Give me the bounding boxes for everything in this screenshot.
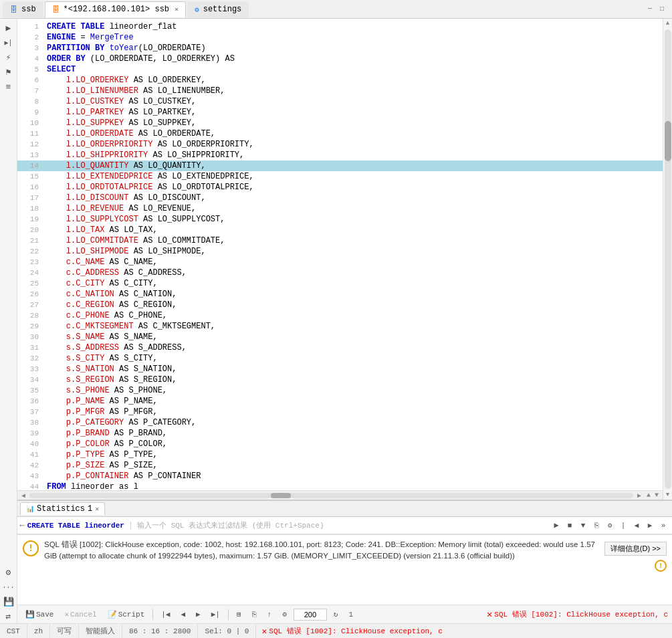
tab-settings-label: settings xyxy=(203,5,242,14)
error-triangle-icon: ! xyxy=(23,540,39,556)
scroll-up-arrow[interactable]: ▲ xyxy=(645,492,652,499)
tab-ssb-label: ssb xyxy=(21,5,36,14)
refresh-btn[interactable]: ↻ xyxy=(330,609,342,619)
encoding-status: CST xyxy=(0,624,27,638)
code-line: 28 c.C_PHONE AS C_PHONE, xyxy=(17,310,663,321)
window-controls: ─ □ xyxy=(645,5,667,14)
settings-sidebar-icon[interactable]: ⚙ xyxy=(2,566,15,579)
format-icon[interactable]: ≡ xyxy=(2,80,15,94)
more-icon[interactable]: » xyxy=(657,520,669,532)
main-layout: ▶ ▶| ⚡ ⚑ ≡ ⚙ ··· 💾 ⇄ 1CREATE TABLE lineo… xyxy=(0,19,672,623)
copy-icon[interactable]: ⎘ xyxy=(590,520,602,532)
code-line: 42 p.P_SIZE AS P_SIZE, xyxy=(17,460,663,471)
cancel-button: ✕ Cancel xyxy=(60,609,100,619)
run-sql-btn[interactable]: ▶ xyxy=(550,520,562,532)
select-all-btn[interactable]: ⊞ xyxy=(233,609,245,619)
error-detail-button[interactable]: 详细信息(D) >> xyxy=(604,542,667,556)
sql-input-bar: ⟵ CREATE TABLE lineorder | 输入一个 SQL 表达式来… xyxy=(17,517,672,534)
code-line: 23 c.C_NAME AS C_NAME, xyxy=(17,257,663,268)
file-save-icon[interactable]: 💾 xyxy=(2,595,15,609)
tab-remote[interactable]: 🗄 *<192.168.100.101> ssb ✕ xyxy=(45,1,186,17)
v-scroll-track[interactable] xyxy=(665,29,671,489)
bottom-toolbar: 💾 Save ✕ Cancel 📝 Script |◀ ◀ ▶ ▶| ⊞ xyxy=(17,605,672,623)
code-line: 29 c.C_MKTSEGMENT AS C_MKTSEGMENT, xyxy=(17,321,663,332)
run-script-icon[interactable]: ▶| xyxy=(2,36,15,49)
script-button[interactable]: 📝 Script xyxy=(104,609,149,619)
save-icon-bt: 💾 xyxy=(25,610,35,619)
prev-btn[interactable]: ◀ xyxy=(177,609,189,619)
stats-tab-close[interactable]: ✕ xyxy=(95,505,99,513)
explain-icon[interactable]: ⚡ xyxy=(2,51,15,64)
settings-sql-icon[interactable]: ⚙ xyxy=(604,520,616,532)
error-area: ! SQL 错误 [1002]: ClickHouse exception, c… xyxy=(17,534,672,605)
code-line: 13 l.LO_SHIPPRIORITY AS LO_SHIPPRIORITY, xyxy=(17,150,663,161)
settings-tab-icon: ⚙ xyxy=(195,5,199,14)
next-btn[interactable]: ▶ xyxy=(192,609,205,619)
status-error-x: ✕ xyxy=(261,626,267,637)
sql-filter-placeholder: 输入一个 SQL 表达式来过滤结果 (使用 Ctrl+Space) xyxy=(137,520,548,530)
horizontal-scrollbar[interactable]: ◀ ▶ ▲ ▼ xyxy=(17,490,663,500)
status-error-text: ✕ SQL 错误 [1002]: ClickHouse exception, c xyxy=(256,626,672,637)
code-line: 2ENGINE = MergeTree xyxy=(17,32,663,43)
scroll-down-arrow[interactable]: ▼ xyxy=(653,492,660,499)
maximize-btn[interactable]: □ xyxy=(657,5,667,14)
smart-insert-status: 智能插入 xyxy=(79,624,122,638)
import-btn[interactable]: ⚙ xyxy=(278,609,291,619)
export-btn[interactable]: ↑ xyxy=(263,610,276,619)
code-line: 35 s.S_PHONE AS S_PHONE, xyxy=(17,385,663,396)
tab-ssb[interactable]: 🗄 ssb xyxy=(3,1,43,17)
separator-icon: | xyxy=(617,520,629,532)
run-icon[interactable]: ▶ xyxy=(2,21,15,35)
error-message: SQL 错误 [1002]: ClickHouse exception, cod… xyxy=(44,539,599,562)
code-line: 27 c.C_REGION AS C_REGION, xyxy=(17,300,663,310)
h-scroll-track[interactable] xyxy=(29,493,633,498)
options-icon[interactable]: ··· xyxy=(2,580,15,594)
stop-btn[interactable]: ■ xyxy=(564,520,576,532)
forward-icon[interactable]: ▶ xyxy=(644,520,656,532)
position-status: 86 : 16 : 2800 xyxy=(122,624,198,638)
scroll-left-arrow[interactable]: ◀ xyxy=(20,492,27,500)
v-scroll-up[interactable]: ▲ xyxy=(666,19,669,28)
code-line: 16 l.LO_ORDTOTALPRICE AS LO_ORDTOTALPRIC… xyxy=(17,182,663,193)
code-line: 3PARTITION BY toYear(LO_ORDERDATE) xyxy=(17,43,663,54)
vertical-scrollbar[interactable]: ▲ ▼ xyxy=(663,19,672,500)
align-right-btn[interactable]: ▶| xyxy=(207,609,224,619)
save-button[interactable]: 💾 Save xyxy=(21,609,58,619)
tab-remote-close[interactable]: ✕ xyxy=(175,5,179,13)
error-status: ✕ SQL 错误 [1002]: ClickHouse exception, c xyxy=(487,609,668,620)
code-line: 24 c.C_ADDRESS AS C_ADDRESS, xyxy=(17,268,663,278)
v-scroll-down[interactable]: ▼ xyxy=(666,490,669,500)
code-line: 18 l.LO_REVENUE AS LO_REVENUE, xyxy=(17,203,663,214)
sql-input-icon: ⟵ xyxy=(20,521,25,530)
back-icon[interactable]: ◀ xyxy=(631,520,643,532)
code-line: 44FROM lineorder as l xyxy=(17,482,663,490)
statistics-tab[interactable]: 📊 Statistics 1 ✕ xyxy=(20,502,105,515)
error-x-icon: ✕ xyxy=(487,609,492,620)
sql-code-snippet: CREATE TABLE lineorder xyxy=(27,522,124,530)
tab-bar: 🗄 ssb 🗄 *<192.168.100.101> ssb ✕ ⚙ setti… xyxy=(0,0,672,19)
minimize-btn[interactable]: ─ xyxy=(645,5,655,14)
code-content[interactable]: 1CREATE TABLE lineorder_flat2ENGINE = Me… xyxy=(17,19,663,490)
cancel-icon-bt: ✕ xyxy=(64,610,69,619)
scroll-right-arrow[interactable]: ▶ xyxy=(636,492,643,500)
code-line: 33 s.S_NATION AS S_NATION, xyxy=(17,364,663,375)
refresh-count: 1 xyxy=(344,610,357,619)
row-count-input[interactable] xyxy=(294,609,327,621)
sql-toolbar-icons: ▶ ■ ▼ ⎘ ⚙ | ◀ ▶ » xyxy=(550,520,669,532)
v-scroll-thumb[interactable] xyxy=(665,121,671,161)
code-line: 8 l.LO_CUSTKEY AS LO_CUSTKEY, xyxy=(17,96,663,107)
align-left-btn[interactable]: |◀ xyxy=(157,609,174,619)
mode-status: 可写 xyxy=(50,624,79,638)
code-line: 43 p.P_CONTAINER AS P_CONTAINER xyxy=(17,471,663,482)
code-line: 34 s.S_REGION AS S_REGION, xyxy=(17,375,663,385)
statistics-panel: 📊 Statistics 1 ✕ ⟵ CREATE TABLE lineorde… xyxy=(17,500,672,623)
tab-settings[interactable]: ⚙ settings xyxy=(187,1,249,17)
code-line: 19 l.LO_SUPPLYCOST AS LO_SUPPLYCOST, xyxy=(17,214,663,225)
code-line: 10 l.LO_SUPPKEY AS LO_SUPPKEY, xyxy=(17,118,663,128)
error-warning-icon: ! xyxy=(655,560,667,572)
transfer-icon[interactable]: ⇄ xyxy=(2,610,15,623)
bookmark-icon[interactable]: ⚑ xyxy=(2,66,15,79)
copy-rows-btn[interactable]: ⎘ xyxy=(248,610,261,619)
h-scroll-thumb[interactable] xyxy=(271,493,291,498)
filter-icon[interactable]: ▼ xyxy=(577,520,589,532)
